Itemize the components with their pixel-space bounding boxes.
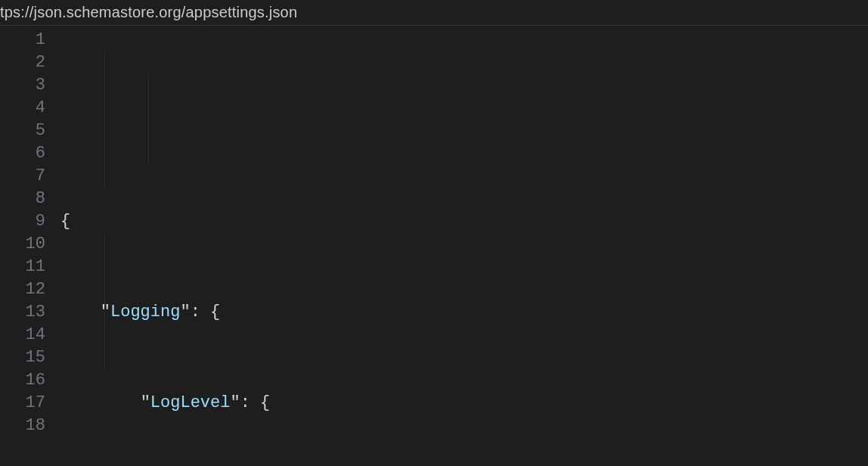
code-line[interactable]: { — [60, 210, 868, 233]
line-number: 1 — [0, 29, 45, 51]
line-number: 14 — [0, 324, 45, 346]
line-number: 2 — [0, 51, 45, 74]
line-number: 12 — [0, 278, 45, 301]
line-number: 8 — [0, 188, 45, 210]
code-editor[interactable]: 1 2 3 4 5 6 7 8 9 10 11 12 13 14 15 16 1… — [0, 26, 868, 466]
json-key: Logging — [110, 303, 180, 322]
schema-url[interactable]: tps://json.schemastore.org/appsettings.j… — [0, 4, 297, 21]
line-number: 17 — [0, 392, 45, 415]
line-number: 4 — [0, 97, 45, 120]
line-number: 9 — [0, 210, 45, 233]
line-number: 10 — [0, 233, 45, 256]
brace-open: { — [60, 212, 70, 231]
line-number: 3 — [0, 74, 45, 97]
line-number: 16 — [0, 369, 45, 392]
indent-guide — [148, 74, 149, 165]
line-number: 15 — [0, 346, 45, 369]
code-line[interactable]: "Logging": { — [60, 301, 868, 324]
line-number: 11 — [0, 256, 45, 278]
line-number-gutter: 1 2 3 4 5 6 7 8 9 10 11 12 13 14 15 16 1… — [0, 29, 60, 466]
indent-guide — [104, 51, 105, 188]
line-number: 7 — [0, 165, 45, 188]
schema-header: tps://json.schemastore.org/appsettings.j… — [0, 0, 868, 26]
code-area[interactable]: { "Logging": { "LogLevel": { "Default": … — [60, 29, 868, 466]
line-number: 5 — [0, 120, 45, 142]
code-line[interactable]: "LogLevel": { — [60, 392, 868, 415]
line-number: 13 — [0, 301, 45, 324]
line-number: 6 — [0, 142, 45, 165]
json-key: LogLevel — [150, 393, 231, 412]
line-number: 18 — [0, 415, 45, 437]
